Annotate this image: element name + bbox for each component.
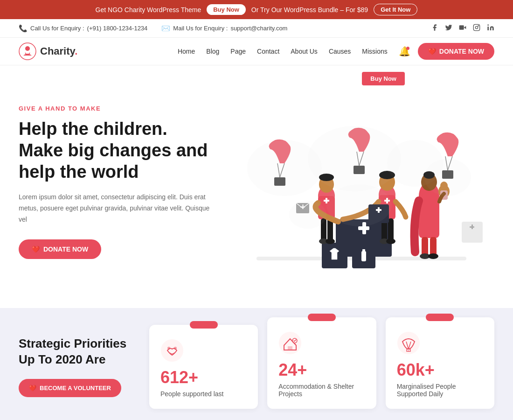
heart-icon: ❤️	[428, 48, 436, 55]
nav-blog[interactable]: Blog	[206, 48, 219, 55]
volunteer-heart-icon: ❤️	[29, 385, 36, 392]
linkedin-link[interactable]	[487, 24, 494, 33]
phone-contact: 📞 Call Us for Enquiry : (+91) 1800-1234-…	[19, 24, 147, 33]
nav-page[interactable]: Page	[230, 48, 246, 55]
twitter-link[interactable]	[445, 24, 452, 33]
world-map-background	[215, 84, 494, 271]
social-links	[431, 24, 494, 33]
svg-point-73	[167, 347, 170, 350]
instagram-link[interactable]	[473, 24, 480, 33]
svg-point-75	[279, 332, 301, 354]
svg-point-72	[161, 339, 183, 362]
hands-icon	[160, 339, 247, 362]
svg-point-3	[475, 26, 478, 28]
svg-rect-2	[473, 24, 479, 30]
banner-separator: Or Try Our WordPress Bundle – For $89	[251, 6, 368, 14]
svg-rect-76	[288, 346, 292, 350]
call-number: (+91) 1800-1234-1234	[87, 25, 148, 32]
hero-illustration-container	[215, 84, 494, 280]
stat-card-accommodation: 24+ Accommodation & Shelter Projects	[267, 317, 376, 409]
hero-description: Lorem ipsum dolor sit amet, consectetur …	[19, 192, 215, 225]
svg-point-12	[424, 159, 471, 196]
hero-heart-icon: ❤️	[32, 245, 40, 253]
stat-number-people: 612+	[160, 368, 247, 387]
notification-dot	[406, 47, 409, 50]
nav-contact[interactable]: Contact	[257, 48, 279, 55]
stat-label-accommodation: Accommodation & Shelter Projects	[278, 383, 365, 398]
top-banner: Get NGO Charity WordPress Theme Buy Now …	[0, 0, 513, 19]
svg-point-6	[487, 24, 489, 26]
stats-intro: Strategic Priorities Up To 2020 Are ❤️ B…	[19, 308, 149, 397]
svg-point-7	[19, 43, 36, 60]
stats-title: Strategic Priorities Up To 2020 Are	[19, 336, 135, 368]
navbar: Charity. Home Blog Page Contact About Us…	[0, 38, 513, 65]
get-it-now-button[interactable]: Get It Now	[374, 4, 417, 15]
stat-card-top-bar	[190, 321, 218, 329]
nav-actions: 🔔 ❤️ DONATE NOW	[399, 43, 494, 60]
mail-icon: ✉️	[161, 24, 170, 33]
parachute-icon	[397, 331, 483, 355]
svg-marker-0	[464, 26, 466, 29]
contact-info: 📞 Call Us for Enquiry : (+91) 1800-1234-…	[19, 24, 287, 33]
contact-bar: 📞 Call Us for Enquiry : (+91) 1800-1234-…	[0, 19, 513, 38]
stat-card-marginalised: 60k+ Marginalised People Supported Daily	[386, 317, 494, 409]
stat-label-people: People supported last	[160, 390, 247, 398]
become-volunteer-button[interactable]: ❤️ BECOME A VOLUNTEER	[19, 379, 121, 397]
mail-address: support@charity.com	[230, 25, 287, 32]
phone-icon: 📞	[19, 24, 28, 33]
hero-eyebrow: GIVE A HAND TO MAKE	[19, 105, 215, 112]
banner-text: Get NGO Charity WordPress Theme	[96, 6, 201, 14]
nav-missions[interactable]: Missions	[362, 48, 387, 55]
shelter-icon	[278, 331, 365, 355]
buy-now-banner-button[interactable]: Buy Now	[207, 4, 246, 15]
stat-label-marginalised: Marginalised People Supported Daily	[397, 383, 483, 398]
svg-point-14	[326, 184, 392, 226]
nav-about-us[interactable]: About Us	[291, 48, 318, 55]
svg-point-8	[25, 46, 30, 51]
svg-rect-1	[459, 25, 464, 29]
logo: Charity.	[19, 42, 77, 60]
stat-number-accommodation: 24+	[278, 360, 365, 380]
nav-causes[interactable]: Causes	[329, 48, 351, 55]
notification-bell-button[interactable]: 🔔	[399, 46, 410, 57]
svg-point-13	[289, 201, 326, 229]
svg-point-4	[478, 26, 478, 26]
stat-card-top-bar-3	[426, 314, 454, 321]
facebook-link[interactable]	[431, 24, 438, 33]
stat-card-top-bar-2	[308, 314, 336, 321]
logo-icon	[19, 42, 36, 60]
donate-now-nav-button[interactable]: ❤️ DONATE NOW	[418, 43, 494, 60]
stats-cards-container: 612+ People supported last 24+ Accommoda…	[149, 308, 494, 409]
nav-home[interactable]: Home	[178, 48, 195, 55]
hero-content: GIVE A HAND TO MAKE Help the children. M…	[19, 105, 215, 259]
mail-label: Mail Us for Enquiry :	[173, 25, 228, 32]
hero-section: GIVE A HAND TO MAKE Help the children. M…	[0, 65, 513, 308]
svg-rect-5	[487, 27, 489, 30]
svg-point-10	[308, 126, 401, 191]
stat-card-people: 612+ People supported last	[149, 325, 258, 409]
main-nav: Home Blog Page Contact About Us Causes M…	[178, 48, 388, 55]
email-contact: ✉️ Mail Us for Enquiry : support@charity…	[161, 24, 287, 33]
call-label: Call Us for Enquiry :	[30, 25, 84, 32]
youtube-link[interactable]	[459, 24, 466, 33]
hero-title: Help the children. Make big changes and …	[19, 119, 215, 182]
logo-text: Charity.	[40, 45, 77, 57]
nav-missions-wrap: Missions Buy Now	[362, 48, 387, 55]
stat-number-marginalised: 60k+	[397, 360, 483, 380]
svg-point-74	[174, 347, 177, 350]
hero-donate-button[interactable]: ❤️ DONATE NOW	[19, 239, 101, 259]
stats-section: Strategic Priorities Up To 2020 Are ❤️ B…	[0, 308, 513, 420]
